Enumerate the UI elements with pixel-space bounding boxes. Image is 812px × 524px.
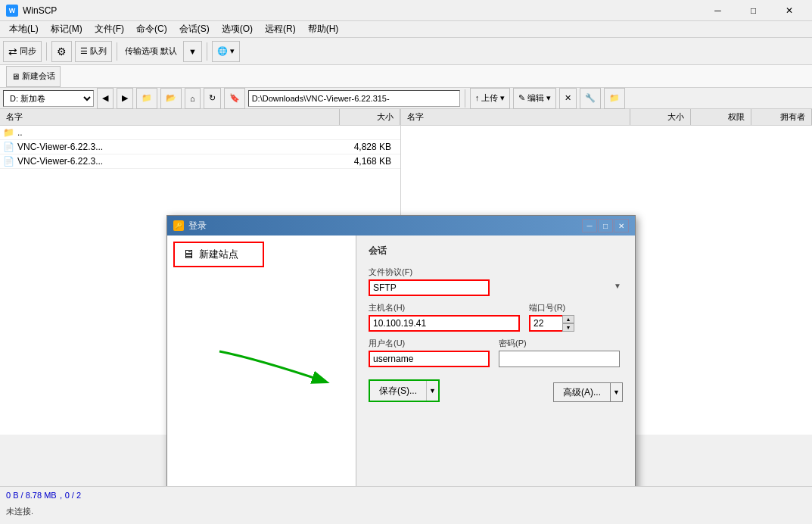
dialog-maximize[interactable]: □: [598, 219, 613, 232]
toolbar-btn1[interactable]: ⇄ 同步: [3, 41, 42, 62]
menu-help[interactable]: 帮助(H): [302, 21, 345, 37]
dialog-title: 登录: [188, 220, 207, 232]
path-refresh[interactable]: ↻: [204, 88, 221, 109]
queue-button[interactable]: ☰ 队列: [75, 41, 112, 62]
host-input[interactable]: 10.100.19.41: [369, 315, 520, 332]
col-name[interactable]: 名字: [0, 109, 340, 125]
path-home[interactable]: ⌂: [185, 88, 201, 109]
remote-col-perms[interactable]: 权限: [691, 109, 751, 125]
drive-selector[interactable]: D: 新加卷: [3, 90, 94, 107]
password-group: 密码(P): [499, 338, 620, 367]
file-name-1: VNC-Viewer-6.22.3...: [17, 142, 337, 152]
close-window-button[interactable]: ✕: [772, 2, 806, 20]
status-left: 0 B / 8.78 MB，0 / 2: [0, 487, 812, 504]
menu-options[interactable]: 选项(O): [216, 21, 259, 37]
remote-col-name[interactable]: 名字: [401, 109, 630, 125]
new-site-label: 新建站点: [199, 248, 238, 261]
username-label: 用户名(U): [369, 338, 490, 349]
file-row-1[interactable]: 📄 VNC-Viewer-6.22.3... 4,828 KB: [0, 140, 400, 154]
remote-col-size[interactable]: 大小: [630, 109, 691, 125]
remote-panel-header: 名字 大小 权限 拥有者: [401, 109, 812, 126]
main-area: 名字 大小 📁 .. 📄 VNC-Viewer-6.22.3... 4,828 …: [0, 109, 812, 435]
port-down-button[interactable]: ▼: [562, 323, 574, 332]
menu-local[interactable]: 本地(L): [3, 21, 45, 37]
dialog-close[interactable]: ✕: [614, 219, 629, 232]
login-dialog: 🔑 登录 ─ □ ✕ 🖥 新建站点 会话 文件协议(: [166, 215, 636, 524]
col-size[interactable]: 大小: [340, 109, 400, 125]
file-size-2: 4,168 KB: [337, 156, 397, 167]
protocol-group: 文件协议(F) SFTP FTP SCP WebDAV ▼: [369, 267, 623, 296]
dialog-controls: ─ □ ✕: [582, 219, 629, 232]
menu-session[interactable]: 会话(S): [173, 21, 216, 37]
new-site-button[interactable]: 🖥 新建站点: [173, 242, 264, 267]
password-input[interactable]: [499, 351, 620, 367]
bottom-status-area: 0 B / 8.78 MB，0 / 2 未连接.: [0, 486, 812, 524]
menu-remote[interactable]: 远程(R): [259, 21, 302, 37]
globe-button[interactable]: 🌐 ▾: [212, 41, 240, 62]
properties-btn[interactable]: 🔧: [580, 88, 601, 109]
path-folder1[interactable]: 📁: [136, 88, 157, 109]
menu-file[interactable]: 文件(F): [89, 21, 130, 37]
host-label: 主机名(H): [369, 302, 520, 313]
menu-mark[interactable]: 标记(M): [45, 21, 89, 37]
path-nav-back[interactable]: ◀: [97, 88, 114, 109]
user-pass-row: 用户名(U) username 密码(P): [369, 338, 623, 367]
local-path-input[interactable]: D:\Downloads\VNC-Viewer-6.22.315-: [248, 90, 460, 107]
username-input[interactable]: username: [369, 351, 490, 367]
dialog-minimize[interactable]: ─: [582, 219, 597, 232]
parent-folder-name: ..: [17, 127, 23, 138]
settings-button[interactable]: ⚙: [51, 41, 72, 62]
edit-btn[interactable]: ✎ 编辑 ▾: [513, 88, 556, 109]
file-icon-1: 📄: [3, 142, 14, 152]
toolbar-separator3: [207, 42, 207, 61]
file-panel-header: 名字 大小: [0, 109, 400, 126]
minimize-button[interactable]: ─: [701, 2, 735, 20]
new-session-label: 新建会话: [22, 70, 55, 82]
save-button[interactable]: 保存(S)...: [370, 381, 426, 401]
toolbar-separator: [46, 42, 47, 61]
status-connected: 未连接.: [0, 504, 812, 519]
delete-btn[interactable]: ✕: [559, 88, 577, 109]
path-folder2[interactable]: 📂: [160, 88, 182, 109]
advanced-btn-group: 高级(A)... ▼: [553, 382, 623, 402]
dialog-body: 🖥 新建站点 会话 文件协议(F) SFTP FTP SCP WebDAV: [167, 235, 635, 524]
path-bookmark[interactable]: 🔖: [224, 88, 245, 109]
dialog-site-panel: 🖥 新建站点: [167, 235, 356, 524]
password-label: 密码(P): [499, 338, 620, 349]
file-icon-2: 📄: [3, 156, 14, 167]
menu-command[interactable]: 命令(C): [130, 21, 173, 37]
parent-folder-icon: 📁: [3, 127, 14, 138]
maximize-button[interactable]: □: [736, 2, 770, 20]
transfer-dropdown[interactable]: ▼: [183, 41, 202, 62]
save-advanced-row: 保存(S)... ▼ 高级(A)... ▼: [369, 379, 623, 402]
dialog-icon: 🔑: [173, 220, 184, 231]
protocol-select[interactable]: SFTP FTP SCP WebDAV: [369, 279, 490, 296]
app-title: WinSCP: [23, 5, 57, 16]
path-nav-forward[interactable]: ▶: [117, 88, 133, 109]
transfer-label: 传输选项 默认: [125, 45, 177, 57]
app-icon: W: [6, 5, 18, 17]
toolbar-separator2: [117, 42, 117, 61]
port-wrapper: 22 ▲ ▼: [529, 315, 574, 332]
remote-col-owner[interactable]: 拥有者: [751, 109, 812, 125]
port-spinner: ▲ ▼: [562, 315, 574, 332]
chevron-down-icon: ▼: [614, 282, 621, 290]
save-btn-group: 保存(S)... ▼: [369, 379, 440, 402]
window-controls: ─ □ ✕: [701, 2, 806, 20]
port-up-button[interactable]: ▲: [562, 315, 574, 323]
main-toolbar: ⇄ 同步 ⚙ ☰ 队列 传输选项 默认 ▼ 🌐 ▾: [0, 38, 812, 65]
new-folder-btn[interactable]: 📁: [604, 88, 625, 109]
dialog-titlebar: 🔑 登录 ─ □ ✕: [167, 216, 635, 235]
file-row-parent[interactable]: 📁 ..: [0, 126, 400, 140]
upload-btn[interactable]: ↑ 上传 ▾: [470, 88, 511, 109]
advanced-dropdown[interactable]: ▼: [611, 382, 623, 402]
sep: [465, 89, 465, 108]
advanced-button[interactable]: 高级(A)...: [553, 382, 611, 402]
protocol-select-wrapper: SFTP FTP SCP WebDAV ▼: [369, 279, 623, 296]
port-group: 端口号(R) 22 ▲ ▼: [529, 302, 574, 332]
local-path-bar: D: 新加卷 ◀ ▶ 📁 📂 ⌂ ↻ 🔖 D:\Downloads\VNC-Vi…: [0, 88, 812, 109]
file-row-2[interactable]: 📄 VNC-Viewer-6.22.3... 4,168 KB: [0, 154, 400, 169]
dialog-form: 会话 文件协议(F) SFTP FTP SCP WebDAV ▼: [356, 235, 635, 524]
save-dropdown[interactable]: ▼: [426, 381, 438, 401]
new-session-button[interactable]: 🖥 新建会话: [6, 66, 61, 87]
